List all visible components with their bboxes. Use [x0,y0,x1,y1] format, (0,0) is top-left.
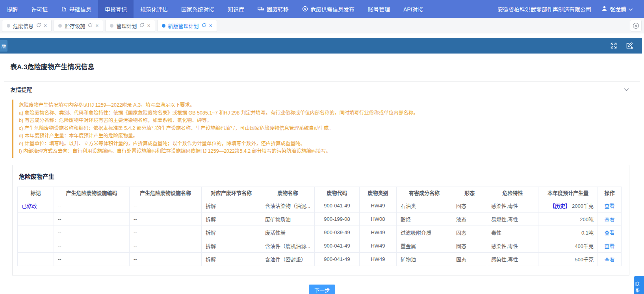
view-link[interactable]: 查看 [604,203,614,209]
cell-category: HW49 [360,226,397,239]
cell-waste-code: 900-199-08 [315,212,360,226]
history-link[interactable]: 【历史】 [550,203,570,209]
table-row: 已修改 -- -- 拆解 含油沾染物（油泥... 900-041-49 HW49… [18,199,622,212]
tab-label: 贮存设施 [65,22,85,30]
cell-waste-code: 900-041-49 [315,252,360,266]
reminder-collapse-header[interactable]: 友情提醒 [0,82,644,95]
nav-item-label: 账号管理 [368,5,390,13]
notice-line: c) 产生危险废物设施名称和编码：依据本标准第 5.4.2 部分填写的生产设施名… [19,125,624,133]
col-header-hazard: 危险特性 [487,187,538,199]
cell-facility-name: -- [130,212,202,226]
tab-label: 危废信息 [13,22,33,30]
refresh-icon[interactable] [139,23,144,29]
close-all-tabs-button[interactable] [630,20,642,31]
cell-waste-name: 含油沾染物（油泥... [261,199,315,212]
col-header-waste-code: 废物代码 [315,187,360,199]
nav-item-national-system[interactable]: 国家系统对接 [174,0,221,18]
cell-stage: 拆解 [202,239,261,252]
cell-stage: 拆解 [202,252,261,266]
tab-status-dot [58,24,62,28]
cell-form: 固态 [452,226,487,239]
cell-facility-name: -- [130,226,202,239]
nav-item-label: 基础信息 [69,5,91,13]
cell-facility-code: -- [54,239,130,252]
notice-line: d) 本年度预计产生量：本年度预计产生的危险废物量。 [19,132,624,140]
fullscreen-icon[interactable] [610,42,617,49]
close-icon[interactable]: × [147,23,150,28]
edit-disabled-icon[interactable] [626,42,633,49]
chevron-down-icon [629,6,633,12]
cell-facility-name: -- [130,199,202,212]
col-header-category: 废物类别 [360,187,397,199]
col-header-component: 有害成分名称 [397,187,452,199]
close-icon[interactable]: × [95,23,98,28]
cell-stage: 拆解 [202,226,261,239]
refresh-icon[interactable] [36,23,41,29]
cell-waste-name: 废矿物质油 [261,212,315,226]
refresh-icon[interactable] [202,23,206,29]
close-icon[interactable]: × [44,23,47,28]
cell-form: 固态 [452,239,487,252]
cell-category: HW08 [360,212,397,226]
reminder-notice-box: 危险废物产生情况填写内容参见HJ 1259—2022附录 A.3，填写应满足以下… [12,100,629,158]
notice-line: a) 危险废物名称、类别、代码和危险特性：依据《国家危险废物名录》或根据 GB … [19,109,624,117]
cell-hazard: 易燃性,毒性 [487,212,538,226]
table-row: -- -- 拆解 废活性炭 900-039-49 HW49 过滤吸附介质 固态 … [18,226,622,239]
chevron-down-icon[interactable] [624,86,629,92]
reminder-title: 友情提醒 [10,87,32,93]
col-header-stage: 对应产废环节名称 [202,187,261,199]
nav-item-license[interactable]: 许可证 [24,0,54,18]
nav-item-reminder[interactable]: 提醒 [0,0,24,18]
contact-support-button[interactable]: 联系客服 [634,276,644,294]
nav-item-base-info[interactable]: 基础信息 [54,0,98,18]
table-row: -- -- 拆解 含油件（废机油滤... 900-041-49 HW49 重金属… [18,239,622,252]
table-header-row: 标记 产生危险废物设施编码 产生危险废物设施名称 对应产废环节名称 废物名称 废… [18,187,622,199]
mark-badge: 已修改 [22,203,37,209]
notice-line: b) 有害成分名称：危险废物中对环境有害的主要污染物名称，如苯系物、氰化物、砷等… [19,117,624,125]
next-step-button[interactable]: 下一步 [309,285,335,294]
tab-label: 管理计划 [116,22,137,30]
view-link[interactable]: 查看 [604,257,614,263]
col-header-amount: 本年度预计产生量 [538,187,598,199]
cell-waste-code: 900-041-49 [315,239,360,252]
nav-item-declaration[interactable]: 申报登记 [98,0,134,18]
cell-form: 固态 [452,252,487,266]
cell-facility-code: -- [54,212,130,226]
nav-item-api[interactable]: API对接 [397,0,430,18]
nav-item-waste-transfer[interactable]: 固废转移 [251,0,295,18]
col-header-facility-code: 产生危险废物设施编码 [54,187,130,199]
col-header-mark: 标记 [18,187,54,199]
table-row: -- -- 拆解 含油件（密封垫） 900-041-49 HW49 矿物油 固态… [18,252,622,266]
nav-item-standard-assess[interactable]: 规范化评估 [134,0,174,18]
cell-waste-code: 900-041-49 [315,199,360,212]
refresh-icon[interactable] [88,23,93,29]
company-name: 安徽省柏科洪武零部件再制造有限公司 [497,5,591,13]
tab-waste-info[interactable]: 危废信息 × [2,20,52,32]
notice-line: f) 内部治理方式及去向：自行利用设施编码、自行处置设施编码和贮存设施编码依据H… [19,148,624,155]
user-menu[interactable]: 张龙腾 [601,5,633,13]
cell-waste-name: 废活性炭 [261,226,315,239]
section-title: 危险废物产生 [19,172,624,180]
cell-component: 石油类 [397,199,452,212]
nav-item-account[interactable]: 账号管理 [361,0,397,18]
nav-item-supply-demand[interactable]: 危废供需信息发布 [295,0,361,18]
cell-waste-name: 含油件（密封垫） [261,252,315,266]
nav-item-label: 提醒 [7,5,18,13]
tab-new-management-plan[interactable]: 新版管理计划 × [157,20,217,32]
notice-line: e) 计量单位：填写吨。以升、立方米等体积计量的，应折算成重量吨；以个数作为计量… [19,140,624,148]
cell-stage: 拆解 [202,212,261,226]
user-icon [601,6,607,13]
tab-management-plan[interactable]: 管理计划 × [105,20,155,32]
view-link[interactable]: 查看 [604,243,614,249]
tab-storage-facility[interactable]: 贮存设施 × [54,20,103,32]
view-link[interactable]: 查看 [604,230,614,236]
cell-waste-name: 含油件（废机油滤... [261,239,315,252]
view-link[interactable]: 查看 [604,216,614,222]
nav-item-label: API对接 [403,5,423,13]
sidebar-collapsed-tab[interactable]: 版 [0,40,7,52]
broadcast-icon [302,6,308,12]
cell-amount: 500千克 [575,257,594,263]
nav-item-knowledge[interactable]: 知识库 [221,0,251,18]
cell-amount: 200吨 [580,216,594,222]
close-icon[interactable]: × [209,23,212,28]
